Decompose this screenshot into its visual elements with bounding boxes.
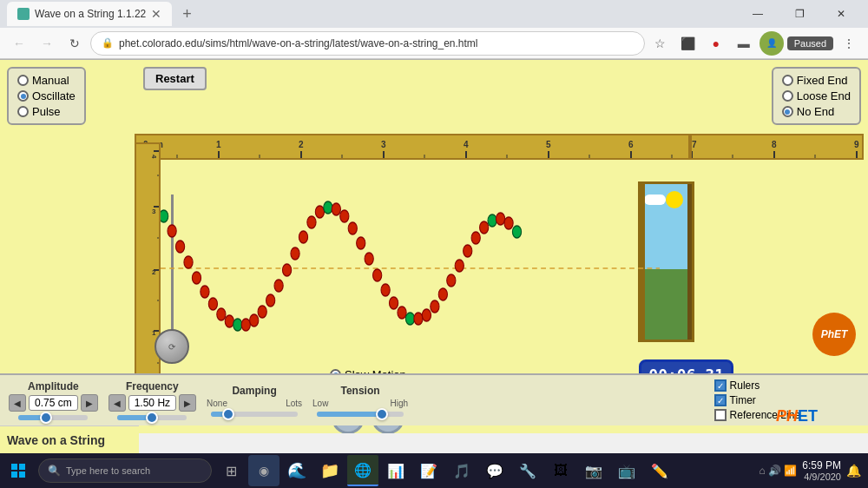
timer-checkbox-item[interactable]: ✓ Timer <box>714 394 800 406</box>
oscillate-mode-option[interactable]: Oscillate <box>17 89 76 102</box>
phet-button[interactable]: PhET <box>812 313 856 356</box>
start-button[interactable] <box>0 453 36 488</box>
minimize-button[interactable]: — <box>738 0 778 28</box>
forward-button[interactable]: → <box>35 31 59 56</box>
app10-button[interactable]: 🖼 <box>545 455 576 486</box>
frequency-control: Frequency ◀ 1.50 Hz ▶ <box>108 380 196 420</box>
cortana-button[interactable]: ◉ <box>248 455 279 486</box>
rulers-checkbox-item[interactable]: ✓ Rulers <box>714 379 800 392</box>
no-end-radio[interactable] <box>782 106 793 117</box>
restart-button[interactable]: Restart <box>143 67 207 90</box>
phet-brand: PH <box>776 407 798 425</box>
loose-end-option[interactable]: Loose End <box>782 89 851 102</box>
browser-tab[interactable]: Wave on a String 1.1.22 ✕ <box>7 2 172 26</box>
svg-point-57 <box>266 294 275 307</box>
back-button[interactable]: ← <box>7 31 31 56</box>
svg-text:4: 4 <box>150 155 158 159</box>
no-end-option[interactable]: No End <box>782 105 851 118</box>
close-button[interactable]: ✕ <box>821 0 861 28</box>
app13-button[interactable]: ✏️ <box>644 455 675 486</box>
frequency-slider-thumb[interactable] <box>146 412 158 424</box>
svg-point-81 <box>464 245 472 257</box>
refresh-button[interactable]: ↻ <box>62 31 87 56</box>
pulse-mode-option[interactable]: Pulse <box>17 105 76 118</box>
new-tab-button[interactable]: + <box>175 5 199 23</box>
svg-point-67 <box>348 222 357 234</box>
address-bar[interactable]: 🔒 phet.colorado.edu/sims/html/wave-on-a-… <box>90 31 645 56</box>
damping-label: Damping <box>232 385 276 397</box>
app10-icon: 🖼 <box>554 463 568 478</box>
extensions-button[interactable]: ⬛ <box>676 31 700 56</box>
svg-point-56 <box>258 306 266 318</box>
profile-button[interactable]: 👤 <box>760 31 784 56</box>
damping-slider-thumb[interactable] <box>222 408 234 420</box>
oscillate-radio[interactable] <box>17 90 29 102</box>
svg-point-50 <box>208 298 217 310</box>
tab-title: Wave on a String 1.1.22 <box>35 8 146 20</box>
bookmark-button[interactable]: ☆ <box>648 31 673 56</box>
file-explorer-button[interactable]: 📁 <box>314 455 345 486</box>
reference-line-checkbox[interactable] <box>714 409 727 421</box>
app13-icon: ✏️ <box>651 463 668 479</box>
fixed-end-option[interactable]: Fixed End <box>782 74 851 87</box>
frequency-label: Frequency <box>126 380 179 392</box>
frequency-increase-button[interactable]: ▶ <box>179 394 196 412</box>
timer-checkbox[interactable]: ✓ <box>714 394 727 406</box>
svg-point-80 <box>455 260 464 272</box>
amplitude-slider-thumb[interactable] <box>40 412 52 424</box>
amplitude-increase-button[interactable]: ▶ <box>81 394 98 412</box>
horizontal-ruler-right[interactable]: 7 8 9 <box>690 134 864 160</box>
app5-button[interactable]: 📊 <box>380 455 411 486</box>
manual-mode-option[interactable]: Manual <box>17 74 76 87</box>
menu-button[interactable]: ⋮ <box>837 31 861 56</box>
app11-button[interactable]: 📷 <box>578 455 609 486</box>
svg-point-74 <box>405 313 414 325</box>
notification-icon[interactable]: 🔔 <box>846 464 861 478</box>
svg-point-71 <box>381 284 390 296</box>
task-view-button[interactable]: ⊞ <box>215 455 247 486</box>
rulers-checkbox[interactable]: ✓ <box>714 379 727 392</box>
svg-text:6: 6 <box>628 140 634 149</box>
taskbar: 🔍 Type here to search ⊞ ◉ 🌊 📁 🌐 📊 📝 🎵 💬 <box>0 453 868 488</box>
svg-point-44 <box>161 210 168 222</box>
tab-close-button[interactable]: ✕ <box>151 7 161 21</box>
frequency-value-row: ◀ 1.50 Hz ▶ <box>108 394 196 412</box>
frequency-decrease-button[interactable]: ◀ <box>108 394 126 412</box>
svg-rect-90 <box>11 472 17 478</box>
profile-icon: 👤 <box>766 38 777 48</box>
red-icon[interactable]: ● <box>704 31 728 56</box>
tension-slider-thumb[interactable] <box>376 408 388 420</box>
fixed-end-radio[interactable] <box>782 75 793 86</box>
loose-end-radio[interactable] <box>782 90 793 102</box>
pulse-label: Pulse <box>32 105 61 118</box>
tension-min-label: Low <box>312 399 328 408</box>
app6-button[interactable]: 📝 <box>413 455 444 486</box>
phet-logo-area: PHET <box>776 407 818 425</box>
pulse-radio[interactable] <box>17 106 29 117</box>
chrome-button[interactable]: 🌐 <box>347 455 378 486</box>
edge-button[interactable]: 🌊 <box>281 455 312 486</box>
svg-text:3: 3 <box>381 140 386 149</box>
svg-point-51 <box>217 308 226 320</box>
app7-button[interactable]: 🎵 <box>446 455 477 486</box>
svg-point-87 <box>512 226 521 238</box>
app7-icon: 🎵 <box>453 463 470 479</box>
app8-button[interactable]: 💬 <box>479 455 510 486</box>
svg-point-86 <box>504 217 513 229</box>
frequency-slider-track <box>117 415 187 420</box>
svg-point-70 <box>373 269 382 281</box>
sim-title-bar: Wave on a String <box>0 425 139 453</box>
svg-point-84 <box>488 214 496 227</box>
video-icon[interactable]: ▬ <box>732 31 756 56</box>
svg-point-85 <box>496 213 504 225</box>
app12-button[interactable]: 📺 <box>611 455 642 486</box>
frequency-value: 1.50 Hz <box>128 395 176 411</box>
search-bar[interactable]: 🔍 Type here to search <box>38 458 212 483</box>
manual-radio[interactable] <box>17 75 29 86</box>
horizontal-ruler[interactable]: 0 cm 1 2 3 4 5 6 <box>135 134 690 160</box>
cortana-icon: ◉ <box>259 464 269 478</box>
chrome-icon: 🌐 <box>354 462 372 478</box>
app9-button[interactable]: 🔧 <box>512 455 543 486</box>
amplitude-decrease-button[interactable]: ◀ <box>9 394 26 412</box>
maximize-button[interactable]: ❐ <box>779 0 819 28</box>
